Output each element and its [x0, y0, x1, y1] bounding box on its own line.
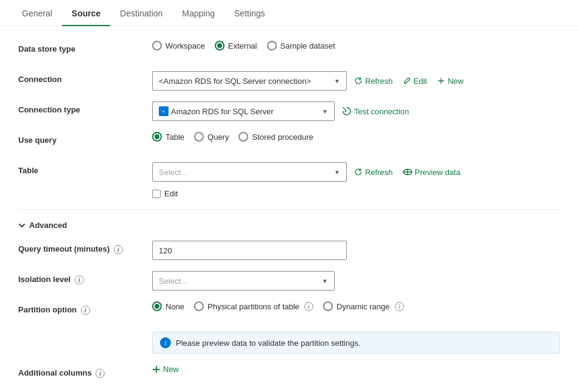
radio-dynamic-range-label: Dynamic range: [336, 302, 389, 311]
use-query-options: Table Query Stored procedure: [152, 132, 560, 142]
data-store-type-options: Workspace External Sample dataset: [152, 41, 560, 50]
connection-edit-btn[interactable]: Edit: [400, 75, 430, 87]
query-timeout-row: Query timeout (minutes) i: [18, 241, 560, 260]
test-connection-btn[interactable]: Test connection: [339, 105, 411, 117]
chevron-down-icon: [18, 222, 26, 229]
query-timeout-control: [152, 241, 560, 260]
additional-columns-control: New: [152, 365, 560, 374]
additional-columns-label: Additional columns i: [18, 365, 152, 378]
use-query-row: Use query Table Query Stored procedure: [18, 132, 560, 151]
additional-columns-new-btn[interactable]: New: [152, 365, 179, 374]
tab-settings[interactable]: Settings: [225, 0, 275, 26]
advanced-label: Advanced: [29, 221, 67, 230]
radio-stored-procedure-label: Stored procedure: [252, 132, 313, 142]
table-dropdown[interactable]: Select... ▼: [152, 162, 347, 182]
query-timeout-input[interactable]: [152, 241, 347, 260]
table-refresh-icon: [354, 168, 363, 176]
radio-physical-partitions[interactable]: Physical partitions of table i: [194, 301, 313, 311]
additional-columns-new-label: New: [163, 365, 179, 374]
tab-mapping[interactable]: Mapping: [172, 0, 225, 26]
radio-workspace-label: Workspace: [165, 41, 205, 50]
table-label: Table: [18, 162, 152, 175]
additional-columns-info-icon[interactable]: i: [96, 369, 105, 378]
table-refresh-btn[interactable]: Refresh: [352, 167, 395, 178]
tab-source[interactable]: Source: [62, 0, 110, 26]
test-connection-label: Test connection: [354, 107, 409, 116]
radio-sample-dataset[interactable]: Sample dataset: [267, 41, 335, 50]
preview-icon: [403, 167, 413, 177]
refresh-icon: [354, 77, 363, 85]
connection-type-dropdown[interactable]: Amazon RDS for SQL Server ▼: [152, 101, 335, 121]
radio-external-circle: [215, 41, 225, 50]
connection-type-label: Connection type: [18, 101, 152, 114]
isolation-level-control: Select... ▼: [152, 271, 560, 291]
use-query-label: Use query: [18, 132, 152, 145]
tab-destination[interactable]: Destination: [110, 0, 172, 26]
partition-option-label: Partition option i: [18, 301, 152, 315]
data-store-type-row: Data store type Workspace External Sampl…: [18, 41, 560, 60]
plus-icon: [437, 77, 445, 85]
radio-physical-partitions-circle: [194, 301, 204, 311]
tab-mapping-label: Mapping: [182, 9, 215, 18]
table-refresh-label: Refresh: [365, 168, 393, 177]
advanced-toggle[interactable]: Advanced: [18, 221, 560, 230]
connection-label: Connection: [18, 71, 152, 84]
preview-data-btn[interactable]: Preview data: [400, 166, 463, 178]
table-edit-checkbox[interactable]: [152, 190, 161, 198]
radio-dynamic-range[interactable]: Dynamic range i: [323, 301, 403, 311]
dynamic-range-info-icon[interactable]: i: [395, 302, 404, 311]
partition-option-info-icon[interactable]: i: [81, 306, 90, 315]
isolation-level-chevron: ▼: [322, 278, 328, 284]
tab-destination-label: Destination: [120, 9, 162, 18]
radio-query-circle: [194, 132, 204, 142]
radio-stored-procedure[interactable]: Stored procedure: [239, 132, 313, 142]
connection-refresh-btn[interactable]: Refresh: [352, 75, 395, 87]
physical-partitions-info-icon[interactable]: i: [304, 302, 313, 311]
radio-dynamic-range-circle: [323, 301, 333, 311]
radio-query-label: Query: [207, 132, 229, 142]
radio-sample-dataset-label: Sample dataset: [280, 41, 335, 50]
isolation-level-row: Isolation level i Select... ▼: [18, 271, 560, 291]
partition-option-row: Partition option i None Physical partiti…: [18, 301, 560, 321]
tab-bar: General Source Destination Mapping Setti…: [0, 0, 578, 26]
radio-stored-procedure-circle: [239, 132, 248, 142]
table-edit-label: Edit: [164, 189, 178, 198]
connection-type-row: Connection type Amazon RDS for SQL Serve…: [18, 101, 560, 121]
isolation-level-info-icon[interactable]: i: [75, 275, 84, 284]
connection-new-btn[interactable]: New: [434, 75, 466, 87]
connection-refresh-label: Refresh: [365, 77, 393, 86]
radio-none-circle: [152, 301, 162, 311]
radio-table-circle: [152, 132, 162, 142]
radio-external-label: External: [228, 41, 257, 50]
radio-none[interactable]: None: [152, 301, 184, 311]
radio-workspace[interactable]: Workspace: [152, 41, 205, 50]
connection-chevron: ▼: [334, 78, 340, 84]
radio-sample-dataset-circle: [267, 41, 277, 50]
radio-none-dot: [155, 304, 159, 309]
tab-source-label: Source: [72, 9, 100, 18]
query-timeout-info-icon[interactable]: i: [114, 245, 123, 254]
preview-data-label: Preview data: [415, 168, 461, 177]
form-content: Data store type Workspace External Sampl…: [0, 26, 578, 392]
connection-row: Connection <Amazon RDS for SQL Server co…: [18, 71, 560, 91]
connection-dropdown[interactable]: <Amazon RDS for SQL Server connection> ▼: [152, 71, 347, 91]
table-edit-row: Edit: [152, 189, 178, 198]
connection-type-chevron: ▼: [322, 108, 328, 115]
divider: [18, 209, 560, 210]
connection-value: <Amazon RDS for SQL Server connection>: [159, 77, 311, 86]
table-chevron: ▼: [334, 169, 340, 176]
info-banner-text: Please preview data to validate the part…: [176, 339, 361, 348]
radio-table-label: Table: [165, 132, 184, 142]
data-store-type-label: Data store type: [18, 41, 152, 53]
isolation-level-placeholder: Select...: [159, 277, 187, 286]
tab-general[interactable]: General: [12, 0, 62, 26]
edit-icon: [403, 77, 411, 85]
isolation-level-dropdown[interactable]: Select... ▼: [152, 271, 335, 291]
radio-external[interactable]: External: [215, 41, 257, 50]
tab-settings-label: Settings: [234, 9, 265, 18]
table-row: Table Select... ▼ Refresh: [18, 162, 560, 198]
info-banner-icon: i: [160, 337, 171, 348]
radio-query[interactable]: Query: [194, 132, 229, 142]
radio-table[interactable]: Table: [152, 132, 184, 142]
plus-new-icon: [152, 365, 161, 374]
